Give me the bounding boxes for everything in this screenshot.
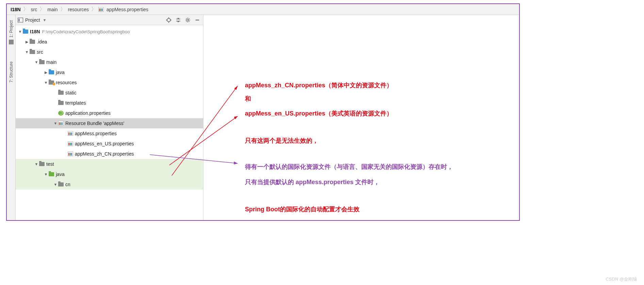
breadcrumb-main[interactable]: main xyxy=(46,7,59,12)
folder-icon xyxy=(58,100,64,106)
tree-node-main[interactable]: main xyxy=(16,57,203,67)
properties-file-icon xyxy=(98,7,104,12)
tree-node-label: java xyxy=(56,70,65,75)
svg-marker-12 xyxy=(234,116,238,119)
side-tab-project-label: 1: Project xyxy=(9,20,14,38)
tree-node-appmess-en-us[interactable]: appMess_en_US.properties xyxy=(16,139,203,149)
tree-node-test[interactable]: test xyxy=(16,159,203,169)
target-icon xyxy=(166,17,171,23)
folder-icon xyxy=(39,59,45,65)
annotation-text-block: appMess_zh_CN.properties（简体中文的资源文件） 和 ap… xyxy=(204,15,517,220)
tree-node-label: application.properties xyxy=(65,110,111,116)
breadcrumb-separator: 〉 xyxy=(23,6,29,13)
side-tab-project[interactable]: 1: Project xyxy=(9,17,14,48)
svg-point-0 xyxy=(167,18,170,22)
breadcrumb-resources[interactable]: resources xyxy=(67,7,90,12)
tree-node-path: F:\myCode\crazyCode\SpringBoot\springboo xyxy=(42,29,130,34)
folder-icon xyxy=(58,90,64,95)
annotation-en-us: appMess_en_US.properties（美式英语的资源文件） xyxy=(245,109,393,118)
tree-node-label: main xyxy=(46,59,56,65)
tree-node-src[interactable]: src xyxy=(16,47,203,57)
resources-folder-icon xyxy=(48,80,54,85)
tree-node-resources[interactable]: resources xyxy=(16,77,203,88)
properties-file-icon xyxy=(67,131,73,136)
breadcrumb-separator: 〉 xyxy=(91,6,97,13)
tree-node-resource-bundle[interactable]: Resource Bundle 'appMess' xyxy=(16,118,203,128)
tree-node-label: test xyxy=(46,161,54,167)
breadcrumb-root[interactable]: I18N xyxy=(10,7,22,12)
side-tab-structure[interactable]: 7: Structure xyxy=(9,58,14,86)
properties-file-icon xyxy=(67,141,73,146)
tree-node-cn[interactable]: cn xyxy=(16,179,203,190)
settings-button[interactable] xyxy=(184,16,192,24)
chevron-down-icon[interactable] xyxy=(18,30,22,34)
svg-point-7 xyxy=(187,19,189,21)
panel-title[interactable]: Project xyxy=(25,17,40,23)
tree-node-label: resources xyxy=(56,80,77,85)
breadcrumb-bar: I18N 〉 src 〉 main 〉 resources 〉 appMess.… xyxy=(7,4,519,15)
svg-marker-10 xyxy=(234,86,238,90)
annotation-need-default: 得有一个默认的国际化资源文件（与语言、国家无关的国际化资源）存在时， xyxy=(245,163,453,171)
annotation-and: 和 xyxy=(245,95,251,103)
tree-node-label: appMess_zh_CN.properties xyxy=(75,151,134,157)
annotation-springboot-effective: Spring Boot的国际化的自动配置才会生效 xyxy=(245,205,360,213)
chevron-down-icon[interactable]: ▼ xyxy=(43,18,47,22)
chevron-down-icon[interactable] xyxy=(34,162,39,166)
tree-node-label: I18N xyxy=(30,29,40,34)
breadcrumb-src[interactable]: src xyxy=(30,7,38,12)
watermark-text: CSDN @金刚猿 xyxy=(606,276,637,282)
chevron-down-icon[interactable] xyxy=(24,50,29,54)
chevron-down-icon[interactable] xyxy=(53,121,58,125)
tree-node-static[interactable]: static xyxy=(16,88,203,98)
project-panel-header: Project ▼ xyxy=(16,15,203,25)
chevron-down-icon[interactable] xyxy=(44,81,48,85)
chevron-down-icon[interactable] xyxy=(44,172,48,176)
folder-icon xyxy=(58,182,64,187)
hide-button[interactable] xyxy=(194,16,201,24)
tree-node-templates[interactable]: templates xyxy=(16,98,203,108)
breadcrumb-separator: 〉 xyxy=(60,6,66,13)
chevron-right-icon[interactable] xyxy=(24,40,29,44)
tree-node-label: cn xyxy=(65,182,70,187)
side-tab-structure-label: 7: Structure xyxy=(9,61,14,83)
collapse-icon xyxy=(176,17,181,23)
project-tree[interactable]: I18N F:\myCode\crazyCode\SpringBoot\spri… xyxy=(16,25,203,191)
test-source-folder-icon xyxy=(48,172,54,177)
breadcrumb-separator: 〉 xyxy=(39,6,45,13)
collapse-all-button[interactable] xyxy=(175,16,182,24)
annotation-only-when: 只有当提供默认的 appMess.properties 文件时， xyxy=(245,178,380,186)
tree-node-label: static xyxy=(65,90,77,95)
tree-node-label: java xyxy=(56,172,65,177)
tree-node-application-properties[interactable]: application.properties xyxy=(16,108,203,118)
folder-icon xyxy=(29,39,35,44)
project-tool-window: Project ▼ I xyxy=(16,15,203,220)
tree-node-label: Resource Bundle 'appMess' xyxy=(65,121,124,126)
locate-button[interactable] xyxy=(165,16,172,24)
tree-node-appmess-zh-cn[interactable]: appMess_zh_CN.properties xyxy=(16,149,203,159)
folder-icon xyxy=(39,161,45,167)
tree-node-label: .idea xyxy=(37,39,47,44)
tree-node-label: appMess.properties xyxy=(75,131,117,136)
tree-node-label: templates xyxy=(65,100,86,106)
gear-icon xyxy=(185,17,191,23)
resource-bundle-icon xyxy=(58,121,64,126)
folder-icon xyxy=(29,49,35,55)
chevron-down-icon[interactable] xyxy=(53,182,58,186)
tree-node-appmess-default[interactable]: appMess.properties xyxy=(16,128,203,139)
side-tab-bar: 1: Project 7: Structure xyxy=(7,15,16,220)
ide-window: I18N 〉 src 〉 main 〉 resources 〉 appMess.… xyxy=(6,3,520,221)
tree-node-test-java[interactable]: java xyxy=(16,169,203,179)
chevron-right-icon[interactable] xyxy=(44,70,48,75)
tree-node-java[interactable]: java xyxy=(16,67,203,77)
minimize-icon xyxy=(195,17,200,23)
breadcrumb-file[interactable]: appMess.properties xyxy=(105,7,149,12)
tree-node-idea[interactable]: .idea xyxy=(16,37,203,47)
annotation-not-effective: 只有这两个是无法生效的， xyxy=(245,137,318,145)
chevron-down-icon[interactable] xyxy=(34,60,39,64)
project-folder-icon xyxy=(22,29,29,34)
tree-node-root[interactable]: I18N F:\myCode\crazyCode\SpringBoot\spri… xyxy=(16,26,203,37)
source-folder-icon xyxy=(48,70,54,75)
svg-marker-14 xyxy=(234,161,238,164)
annotation-zh-cn: appMess_zh_CN.properties（简体中文的资源文件） xyxy=(245,81,393,89)
spring-config-icon xyxy=(58,110,64,116)
